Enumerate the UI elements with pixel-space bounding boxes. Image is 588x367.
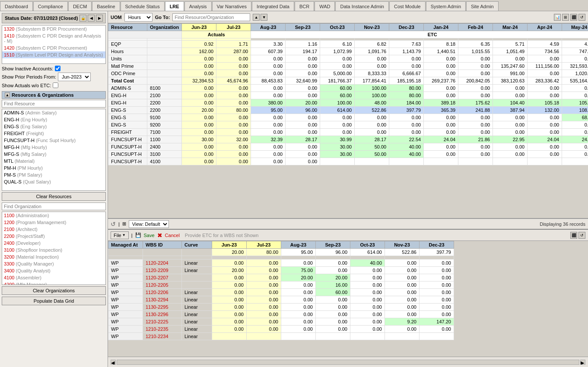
lower-data-cell[interactable]: 0.00	[247, 289, 281, 296]
goto-input[interactable]	[172, 13, 250, 21]
project-item[interactable]: 1420 (Subsystem C PDR Procurement)	[2, 44, 105, 51]
lower-scroll-left[interactable]: ◀	[111, 360, 116, 365]
lower-data-cell[interactable]: 0.00	[281, 304, 316, 311]
lower-data-cell[interactable]: 0.00	[281, 326, 316, 333]
save-button-label[interactable]: Save	[144, 233, 155, 238]
lower-data-cell[interactable]: 0.00	[350, 282, 385, 289]
lower-data-cell[interactable]: 0.00	[420, 289, 454, 296]
lower-table-row[interactable]: WP1210-2235Linear0.000.000.000.000.000.0…	[108, 326, 454, 333]
org-item[interactable]: 1100 (Administration)	[2, 212, 105, 219]
lower-data-cell[interactable]: 0.00	[350, 311, 385, 318]
lower-data-cell[interactable]: 9.20	[385, 318, 420, 326]
lower-data-cell[interactable]: 0.00	[420, 311, 454, 318]
lower-data-cell[interactable]: 0.00	[316, 267, 350, 274]
org-item[interactable]: 3200 (Material Inspection)	[2, 253, 105, 260]
lower-data-cell[interactable]: 0.00	[420, 259, 454, 267]
nav-tab-wad[interactable]: WAD	[315, 1, 335, 11]
table-row[interactable]: Units0.000.000.000.000.000.000.000.000.0…	[108, 55, 588, 63]
lower-data-cell[interactable]: 20.00	[212, 267, 247, 274]
lower-data-cell[interactable]: 0.00	[316, 304, 350, 311]
table-row[interactable]: ENG-H21000.000.000.000.0060.00100.0080.0…	[108, 92, 588, 99]
lower-data-cell[interactable]: 0.00	[212, 296, 247, 304]
nav-tab-integrated-data[interactable]: Integrated Data	[252, 1, 294, 11]
lower-data-cell[interactable]: 0.00	[350, 304, 385, 311]
table-row[interactable]: FUNCSUPT-H31000.000.000.000.0030.0050.00…	[108, 151, 588, 158]
lower-data-cell[interactable]	[385, 333, 420, 340]
lower-data-cell[interactable]: 0.00	[212, 304, 247, 311]
lower-data-cell[interactable]: 0.00	[385, 259, 420, 267]
clear-orgs-button[interactable]: Clear Organizations	[2, 286, 106, 295]
table-row[interactable]: ENG-S91000.000.000.000.000.000.000.000.0…	[108, 114, 588, 121]
table-row[interactable]: FREIGHT71000.000.000.000.000.000.000.000…	[108, 129, 588, 136]
lower-data-cell[interactable]: 0.00	[350, 289, 385, 296]
project-item[interactable]: 1320 (Subsystem B PDR Procurement)	[2, 25, 105, 32]
table-row[interactable]: FUNCSUPT-H41000.000.000.000.00	[108, 158, 588, 165]
lower-data-cell[interactable]: 0.00	[281, 311, 316, 318]
left-arrow-icon[interactable]: ◀	[88, 15, 95, 22]
lower-data-cell[interactable]: 20.00	[316, 274, 350, 282]
lock-icon[interactable]: 🔒	[79, 15, 86, 22]
nav-tab-var-narratives[interactable]: Var Narratives	[212, 1, 251, 11]
lower-data-cell[interactable]: 0.00	[316, 311, 350, 318]
lower-data-cell[interactable]: 0.00	[281, 259, 316, 267]
down-arrow-btn[interactable]: ▼	[261, 14, 267, 21]
uom-select[interactable]: Hours Dollars Units	[124, 13, 153, 22]
lower-data-cell[interactable]: 0.00	[350, 274, 385, 282]
resource-item[interactable]: ENG-S (Eng Salary)	[2, 123, 105, 130]
nav-tab-system-admin[interactable]: System Admin	[426, 1, 466, 11]
table-row[interactable]: FUNCSUPT-H110030.0032.0032.3928.1730.992…	[108, 136, 588, 143]
org-item[interactable]: 2400 (Developer)	[2, 240, 105, 247]
nav-tab-schedule-status[interactable]: Schedule Status	[121, 1, 165, 11]
org-item[interactable]: 3400 (Quality Analyst)	[2, 267, 105, 274]
resource-item[interactable]: PM-S (PM Salary)	[2, 171, 105, 178]
resource-item[interactable]: MFG-S (Mfg Salary)	[2, 151, 105, 158]
lower-table-row[interactable]: WP1120-2206Linear0.000.000.0060.000.000.…	[108, 289, 454, 296]
lower-table-row[interactable]: WP1120-22050.000.000.0016.000.000.000.00	[108, 282, 454, 289]
lower-table-row[interactable]: WP1120-2204Linear0.000.000.000.0040.000.…	[108, 259, 454, 267]
file-button[interactable]: File ▼	[111, 231, 129, 239]
show-actuals-checkbox[interactable]	[53, 82, 58, 88]
lower-data-cell[interactable]: 0.00	[212, 282, 247, 289]
nav-tab-cost-module[interactable]: Cost Module	[389, 1, 426, 11]
org-item[interactable]: 2100 (Architect)	[2, 226, 105, 233]
lower-table-row[interactable]: WP1210-2234Linear	[108, 333, 454, 340]
lower-data-cell[interactable]: 0.00	[247, 267, 281, 274]
export-icon[interactable]: ⬛	[570, 14, 577, 21]
prior-period-select[interactable]: Jun-2023	[58, 73, 91, 81]
upper-grid-wrapper[interactable]: Resource Organization Jun-23 Jul-23 Aug-…	[108, 23, 588, 218]
lower-data-cell[interactable]	[420, 333, 454, 340]
lower-data-cell[interactable]: 0.00	[247, 326, 281, 333]
lower-data-cell[interactable]	[281, 333, 316, 340]
lower-data-cell[interactable]: 0.00	[212, 289, 247, 296]
lower-data-cell[interactable]: 0.00	[212, 318, 247, 326]
lower-data-cell[interactable]	[212, 333, 247, 340]
lower-data-cell[interactable]: 0.00	[385, 311, 420, 318]
lower-data-cell[interactable]	[350, 333, 385, 340]
project-item[interactable]: 1510 (System Level PDR Design and Analys…	[2, 51, 105, 58]
show-inactive-checkbox[interactable]	[55, 66, 60, 71]
resource-item[interactable]: MTL (Material)	[2, 158, 105, 165]
populate-data-grid-button[interactable]: Populate Data Grid	[2, 297, 106, 305]
lower-data-cell[interactable]: 0.00	[385, 289, 420, 296]
lower-data-cell[interactable]: 0.00	[420, 267, 454, 274]
lower-table-row[interactable]: WP1120-2209Linear20.000.0075.000.000.000…	[108, 267, 454, 274]
table-row[interactable]: EQP0.921.713.301.166.106.827.638.186.355…	[108, 41, 588, 48]
resource-item[interactable]: ADMIN-S (Admin Salary)	[2, 109, 105, 116]
grid-refresh-icon[interactable]: ↺	[111, 221, 116, 228]
org-item[interactable]: 4100 (Assembler)	[2, 274, 105, 281]
lower-data-cell[interactable]: 0.00	[385, 304, 420, 311]
resource-item[interactable]: FUNCSUPT-H (Func Supt Hourly)	[2, 137, 105, 144]
nav-tab-baseline[interactable]: Baseline	[92, 1, 120, 11]
lower-data-cell[interactable]: 0.00	[350, 267, 385, 274]
table-row[interactable]: ENG-S92000.000.000.000.000.000.000.000.0…	[108, 121, 588, 129]
up-arrow-btn[interactable]: ▲	[253, 14, 260, 21]
clear-resources-button[interactable]: Clear Resources	[2, 192, 106, 201]
org-item[interactable]: 2200 (Project/Staff)	[2, 233, 105, 240]
lower-table-row[interactable]: WP1130-2294Linear0.000.000.000.000.000.0…	[108, 296, 454, 304]
lower-data-cell[interactable]: 0.00	[281, 282, 316, 289]
project-item[interactable]: 1410 (Subsystem C PDR Design and Analysi…	[2, 32, 105, 44]
lower-refresh-icon[interactable]: ↺	[578, 232, 585, 239]
org-item[interactable]: 3300 (Quality Manager)	[2, 260, 105, 267]
resource-item[interactable]: ENG-H (Eng Hourly)	[2, 116, 105, 123]
lower-data-cell[interactable]: 0.00	[385, 326, 420, 333]
